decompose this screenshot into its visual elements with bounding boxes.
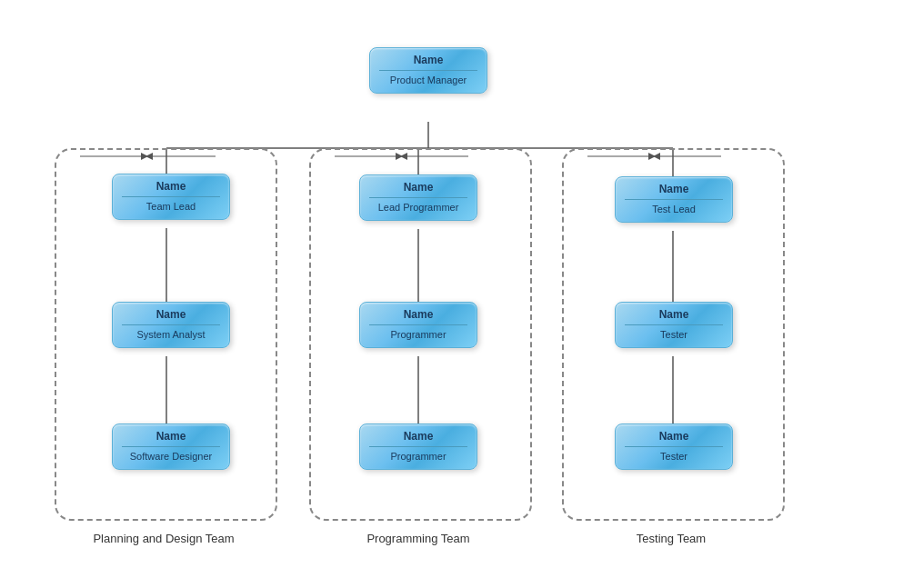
tester-1-card[interactable]: Name Tester xyxy=(615,302,733,348)
card-divider xyxy=(379,70,477,71)
lead-programmer-name: Name xyxy=(369,181,467,194)
tester-1-role: Tester xyxy=(625,329,723,340)
programmer-1-name: Name xyxy=(369,308,467,321)
team-lead-card[interactable]: Name Team Lead xyxy=(112,174,230,220)
product-manager-role: Product Manager xyxy=(379,75,477,85)
programming-team-label: Programming Team xyxy=(309,532,527,545)
software-designer-name: Name xyxy=(122,430,220,443)
lead-programmer-card[interactable]: Name Lead Programmer xyxy=(359,174,477,221)
programmer-2-name: Name xyxy=(369,430,467,443)
tester-2-role: Tester xyxy=(625,451,723,462)
system-analyst-name: Name xyxy=(122,308,220,321)
system-analyst-role: System Analyst xyxy=(122,329,220,340)
test-lead-card[interactable]: Name Test Lead xyxy=(615,176,733,223)
product-manager-name: Name xyxy=(379,54,477,66)
product-manager-card[interactable]: Name Product Manager xyxy=(369,47,487,94)
programmer-1-role: Programmer xyxy=(369,329,467,340)
programmer-2-card[interactable]: Name Programmer xyxy=(359,424,477,470)
tester-2-name: Name xyxy=(625,430,723,443)
system-analyst-card[interactable]: Name System Analyst xyxy=(112,302,230,348)
programmer-2-role: Programmer xyxy=(369,451,467,462)
lead-programmer-role: Lead Programmer xyxy=(369,202,467,213)
software-designer-role: Software Designer xyxy=(122,451,220,462)
planning-team-label: Planning and Design Team xyxy=(55,532,273,545)
test-lead-role: Test Lead xyxy=(625,204,723,214)
team-lead-name: Name xyxy=(122,180,220,193)
programmer-1-card[interactable]: Name Programmer xyxy=(359,302,477,348)
testing-team-label: Testing Team xyxy=(562,532,780,545)
tester-1-name: Name xyxy=(625,308,723,321)
tester-2-card[interactable]: Name Tester xyxy=(615,424,733,470)
software-designer-card[interactable]: Name Software Designer xyxy=(112,424,230,470)
diagram-container: Name Product Manager Name Team Lead Name… xyxy=(0,0,903,588)
team-lead-role: Team Lead xyxy=(122,201,220,212)
test-lead-name: Name xyxy=(625,183,723,195)
